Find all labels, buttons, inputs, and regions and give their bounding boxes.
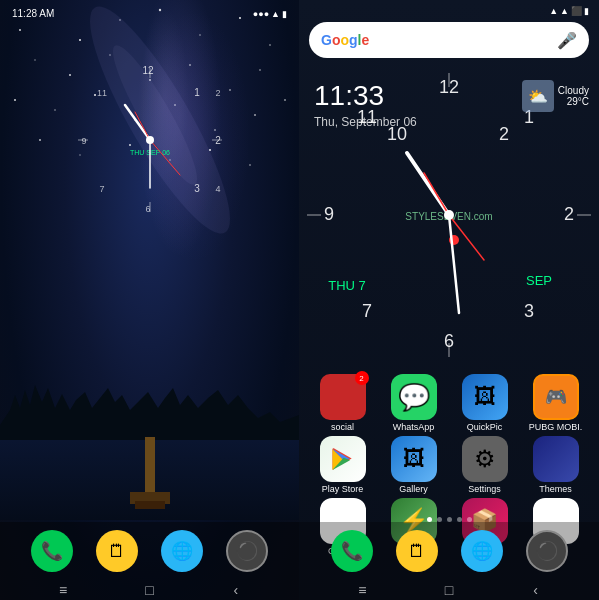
left-dock-notes[interactable]: 🗒: [96, 530, 138, 572]
wifi-icon: ▲: [271, 9, 280, 19]
svg-point-28: [249, 164, 251, 166]
left-dock: 📞 🗒 🌐 ⚫ ≡ □ ‹: [0, 522, 299, 600]
right-dock-apps: 📞 🗒 🌐 ⚫: [299, 522, 599, 576]
right-dock-browser[interactable]: 🌐: [461, 530, 503, 572]
svg-text:2: 2: [564, 204, 574, 224]
right-nav: ≡ □ ‹: [299, 576, 599, 600]
battery-icon: ▮: [282, 9, 287, 19]
app-pubg-label: PUBG MOBI.: [525, 422, 587, 432]
left-phone: 11:28 AM ●●● ▲ ▮ 12 1 2 3 THU SEP 06: [0, 0, 299, 600]
svg-point-0: [19, 29, 21, 31]
svg-rect-33: [135, 501, 165, 509]
app-settings-label: Settings: [454, 484, 516, 494]
app-social-label: social: [312, 422, 374, 432]
left-dock-apps: 📞 🗒 🌐 ⚫: [0, 522, 299, 576]
svg-point-16: [54, 109, 56, 111]
app-social[interactable]: 2 social: [312, 374, 374, 432]
weather-icon: ⛅: [522, 80, 554, 112]
left-status-icons: ●●● ▲ ▮: [253, 9, 287, 19]
svg-text:SEP: SEP: [526, 273, 552, 288]
svg-text:11: 11: [96, 88, 106, 98]
app-whatsapp-label: WhatsApp: [383, 422, 445, 432]
right-signal-icon: ⬛: [571, 6, 582, 16]
left-dock-browser[interactable]: 🌐: [161, 530, 203, 572]
left-nav-menu[interactable]: ≡: [53, 580, 73, 600]
app-whatsapp[interactable]: 💬 WhatsApp: [383, 374, 445, 432]
svg-text:4: 4: [215, 184, 220, 194]
digital-date: Thu, September 06: [314, 115, 417, 129]
big-clock: 11:33 Thu, September 06 ⛅ Cloudy 29°C 12…: [299, 65, 599, 365]
svg-text:12: 12: [142, 65, 154, 76]
svg-point-22: [284, 99, 286, 101]
left-time: 11:28 AM: [12, 8, 54, 19]
signal-icon: ●●●: [253, 9, 269, 19]
svg-text:1: 1: [194, 87, 200, 98]
app-themes[interactable]: Themes: [525, 436, 587, 494]
right-nav-menu[interactable]: ≡: [352, 580, 372, 600]
svg-text:3: 3: [524, 301, 534, 321]
svg-point-43: [146, 136, 154, 144]
app-gallery[interactable]: 🖼 Gallery: [383, 436, 445, 494]
left-dock-camera[interactable]: ⚫: [226, 530, 268, 572]
digital-time: 11:33: [314, 80, 384, 112]
right-status-icons: ▲ ▲ ⬛ ▮: [549, 6, 589, 16]
microphone-icon[interactable]: 🎤: [557, 31, 577, 50]
svg-line-42: [135, 112, 150, 140]
svg-line-73: [449, 215, 459, 313]
weather-info: ⛅ Cloudy 29°C: [522, 80, 589, 112]
right-nav-home[interactable]: □: [439, 580, 459, 600]
weather-condition: Cloudy: [558, 85, 589, 96]
left-nav-back[interactable]: ‹: [226, 580, 246, 600]
right-data-icon: ▲: [560, 6, 569, 16]
app-row-2: Play Store 🖼 Gallery ⚙ Settings Themes: [307, 436, 591, 494]
left-clock: 12 1 2 3 THU SEP 06 11 9 7 6 4: [70, 60, 230, 220]
svg-point-2: [79, 39, 81, 41]
svg-point-21: [254, 114, 256, 116]
app-playstore-label: Play Store: [312, 484, 374, 494]
svg-line-75: [424, 173, 449, 215]
left-clock-svg: 12 1 2 3 THU SEP 06 11 9 7 6 4: [70, 60, 230, 220]
svg-text:7: 7: [362, 301, 372, 321]
social-badge: 2: [355, 371, 369, 385]
svg-point-76: [444, 210, 454, 220]
weather-temp: 29°C: [558, 96, 589, 107]
app-row-1: 2 social 💬 WhatsApp 🖼 QuickPic 🎮 PUBG MO…: [307, 374, 591, 432]
svg-text:9: 9: [81, 136, 86, 146]
svg-point-15: [14, 99, 16, 101]
app-pubg[interactable]: 🎮 PUBG MOBI.: [525, 374, 587, 432]
app-quickpic[interactable]: 🖼 QuickPic: [454, 374, 516, 432]
weather-text: Cloudy 29°C: [558, 85, 589, 107]
left-nav-home[interactable]: □: [139, 580, 159, 600]
left-status-bar: 11:28 AM ●●● ▲ ▮: [0, 8, 299, 19]
google-search-bar[interactable]: Google 🎤: [309, 22, 589, 58]
svg-line-41: [150, 140, 180, 175]
svg-point-7: [269, 44, 271, 46]
svg-point-14: [259, 69, 261, 71]
right-status-bar: ▲ ▲ ⬛ ▮: [299, 0, 599, 22]
app-gallery-label: Gallery: [383, 484, 445, 494]
right-nav-back[interactable]: ‹: [526, 580, 546, 600]
svg-text:3: 3: [194, 183, 200, 194]
google-logo: Google: [321, 32, 369, 48]
right-dock-phone[interactable]: 📞: [331, 530, 373, 572]
svg-text:2: 2: [215, 88, 220, 98]
svg-text:6: 6: [145, 204, 150, 214]
right-phone: ▲ ▲ ⬛ ▮ Google 🎤 11:33 Thu, September 06…: [299, 0, 599, 600]
left-nav: ≡ □ ‹: [0, 576, 299, 600]
svg-text:2: 2: [499, 124, 509, 144]
app-settings[interactable]: ⚙ Settings: [454, 436, 516, 494]
svg-text:9: 9: [324, 204, 334, 224]
svg-text:THU 7: THU 7: [328, 278, 366, 293]
svg-text:7: 7: [99, 184, 104, 194]
right-dock-camera[interactable]: ⚫: [526, 530, 568, 572]
svg-point-5: [199, 34, 201, 36]
app-themes-label: Themes: [525, 484, 587, 494]
svg-line-39: [125, 105, 150, 140]
svg-point-23: [39, 139, 41, 141]
app-quickpic-label: QuickPic: [454, 422, 516, 432]
right-dock: 📞 🗒 🌐 ⚫ ≡ □ ‹: [299, 522, 599, 600]
svg-point-8: [34, 59, 36, 61]
right-dock-notes[interactable]: 🗒: [396, 530, 438, 572]
left-dock-phone[interactable]: 📞: [31, 530, 73, 572]
app-playstore[interactable]: Play Store: [312, 436, 374, 494]
